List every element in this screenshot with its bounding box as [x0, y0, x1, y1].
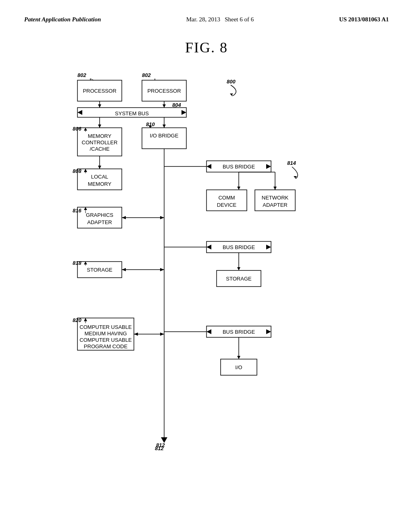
- svg-marker-3: [230, 94, 233, 96]
- comm-device-label1: COMM: [218, 195, 235, 201]
- label-818: 818: [73, 260, 81, 266]
- computer-usable-label4: PROGRAM CODE: [84, 343, 128, 349]
- system-bus-label: SYSTEM BUS: [115, 110, 149, 116]
- computer-usable-label1: COMPUTER USABLE: [79, 324, 132, 330]
- page: Patent Application Publication Mar. 28, …: [0, 0, 413, 532]
- label-820: 820: [73, 317, 81, 323]
- memory-controller-label3: /CACHE: [90, 146, 109, 152]
- comm-device-label2: DEVICE: [217, 202, 237, 208]
- storage-right-label: STORAGE: [226, 276, 252, 282]
- computer-usable-label3: COMPUTER USABLE: [79, 337, 132, 343]
- memory-controller-label: MEMORY: [88, 133, 112, 139]
- fig8-diagram: PROCESSOR PROCESSOR 802 802 800 SYSTEM B…: [65, 68, 348, 463]
- header-date-sheet: Mar. 28, 2013 Sheet 6 of 6: [186, 16, 254, 23]
- label-802a: 802: [77, 72, 86, 78]
- svg-marker-11: [98, 125, 101, 128]
- label-802b: 802: [142, 72, 151, 78]
- header-patent-number: US 2013/081063 A1: [339, 16, 389, 23]
- label-812-text: 812: [155, 445, 164, 451]
- svg-marker-40: [134, 332, 138, 336]
- local-memory-label1: LOCAL: [91, 174, 108, 180]
- svg-marker-37: [237, 356, 240, 359]
- computer-usable-label2: MEDIUM HAVING: [84, 330, 127, 337]
- storage-left-label: STORAGE: [87, 267, 113, 273]
- label-804: 804: [172, 102, 181, 108]
- svg-marker-8: [163, 104, 166, 108]
- svg-marker-30: [237, 267, 240, 270]
- svg-marker-14: [98, 166, 101, 169]
- svg-marker-26: [122, 216, 126, 219]
- svg-marker-16: [163, 125, 166, 128]
- label-808: 808: [73, 168, 81, 174]
- svg-marker-7: [98, 104, 101, 108]
- diagram-area: FIG. 8 PROCESSOR PROCESSOR 802 802 800: [0, 31, 413, 471]
- svg-marker-21: [237, 187, 240, 190]
- bus-bridge1-label: BUS BRIDGE: [223, 164, 255, 170]
- memory-controller-label2: CONTROLLER: [82, 139, 118, 145]
- processor1-label: PROCESSOR: [83, 88, 116, 94]
- network-adapter-label1: NETWORK: [262, 195, 289, 201]
- label-800: 800: [227, 79, 236, 85]
- svg-marker-34: [160, 268, 164, 271]
- label-814: 814: [287, 160, 296, 166]
- figure-title: FIG. 8: [24, 39, 389, 56]
- svg-marker-22: [273, 187, 277, 190]
- label-816: 816: [73, 208, 81, 214]
- svg-marker-33: [122, 268, 126, 271]
- svg-marker-41: [160, 332, 164, 336]
- processor2-label: PROCESSOR: [147, 88, 181, 94]
- bus-bridge2-label: BUS BRIDGE: [223, 244, 255, 250]
- header: Patent Application Publication Mar. 28, …: [0, 0, 413, 31]
- label-806: 806: [73, 126, 81, 132]
- io-label: I/O: [235, 364, 242, 370]
- bus-bridge3-label: BUS BRIDGE: [223, 329, 255, 335]
- network-adapter-label2: ADAPTER: [263, 202, 287, 208]
- graphics-adapter-label2: ADAPTER: [87, 219, 112, 225]
- io-bridge-label1: I/O BRIDGE: [150, 133, 179, 139]
- graphics-adapter-label1: GRAPHICS: [86, 212, 113, 218]
- header-publication: Patent Application Publication: [24, 16, 101, 23]
- local-memory-label2: MEMORY: [88, 181, 112, 187]
- svg-marker-27: [160, 216, 164, 219]
